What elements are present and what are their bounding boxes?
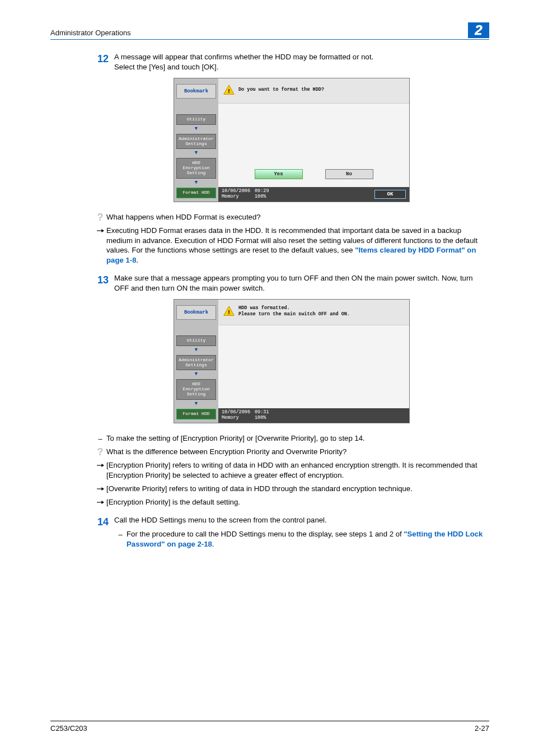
step-12-text: A message will appear that confirms whet… xyxy=(114,52,489,62)
header-rule xyxy=(50,39,489,40)
nav-format-hdd[interactable]: Format HDD xyxy=(176,409,216,419)
footer-model: C253/C203 xyxy=(50,724,87,734)
arrow-down-icon: ▼ xyxy=(176,346,216,354)
svg-text:!: ! xyxy=(227,87,231,94)
device-screenshot-format-confirm: Bookmark Utility ▼ Administrator Setting… xyxy=(174,78,410,202)
nav-utility[interactable]: Utility xyxy=(176,335,216,346)
dialog-message: Do you want to format the HDD? xyxy=(238,87,324,93)
arrow-right-icon xyxy=(96,498,104,506)
note-goto-step14: To make the setting of [Encryption Prior… xyxy=(106,433,489,444)
arrow-down-icon: ▼ xyxy=(176,370,216,378)
footer-rule xyxy=(50,721,489,721)
step-number-12: 12 xyxy=(94,52,114,72)
arrow-right-icon xyxy=(96,485,104,493)
svg-text:!: ! xyxy=(227,309,231,316)
nav-admin-settings[interactable]: Administrator Settings xyxy=(176,134,216,150)
nav-format-hdd[interactable]: Format HDD xyxy=(176,188,216,198)
nav-hdd-encryption[interactable]: HDD Encryption Setting xyxy=(176,379,216,399)
note-overwrite-priority: [Overwrite Priority] refers to writing o… xyxy=(106,484,489,494)
arrow-down-icon: ▼ xyxy=(176,149,216,157)
chapter-badge: 2 xyxy=(468,22,489,38)
svg-marker-3 xyxy=(101,229,104,232)
svg-marker-7 xyxy=(101,464,104,467)
question-icon: ? xyxy=(97,212,104,222)
note-question-diff: What is the difference between Encryptio… xyxy=(106,447,489,457)
dialog-message-line2: Please turn the main switch OFF and ON. xyxy=(238,311,350,318)
dash-marker: – xyxy=(118,529,122,540)
arrow-right-icon xyxy=(96,227,104,235)
status-memory-label: Memory xyxy=(222,416,250,421)
status-memory-value: 100% xyxy=(255,194,269,199)
breadcrumb: Administrator Operations xyxy=(50,28,131,38)
question-icon: ? xyxy=(97,447,104,457)
nav-admin-settings[interactable]: Administrator Settings xyxy=(176,355,216,371)
note-answer: Executing HDD Format erases data in the … xyxy=(106,226,489,265)
yes-button[interactable]: Yes xyxy=(255,169,303,179)
arrow-down-icon: ▼ xyxy=(176,400,216,408)
footer-page: 2-27 xyxy=(475,724,489,734)
dialog-message-line1: HDD was formatted. xyxy=(238,305,350,311)
step-14-text: Call the HDD Settings menu to the screen… xyxy=(114,515,489,525)
status-memory-label: Memory xyxy=(222,194,250,199)
warning-icon: ! xyxy=(223,84,235,96)
step-13-text: Make sure that a message appears prompti… xyxy=(114,273,489,293)
nav-hdd-encryption[interactable]: HDD Encryption Setting xyxy=(176,158,216,178)
step-14-subnote: For the procedure to call the HDD Settin… xyxy=(127,529,489,549)
note-encryption-priority: [Encryption Priority] refers to writing … xyxy=(106,460,489,480)
warning-icon: ! xyxy=(223,305,235,318)
step-number-14: 14 xyxy=(94,515,114,553)
note-default-setting: [Encryption Priority] is the default set… xyxy=(106,497,489,507)
no-button[interactable]: No xyxy=(325,169,373,179)
note-question: What happens when HDD Format is executed… xyxy=(106,212,489,222)
dash-marker: – xyxy=(98,433,102,444)
bookmark-button[interactable]: Bookmark xyxy=(176,84,216,99)
arrow-down-icon: ▼ xyxy=(176,179,216,186)
ok-button[interactable]: OK xyxy=(374,190,406,199)
step-number-13: 13 xyxy=(94,273,114,293)
arrow-down-icon: ▼ xyxy=(176,125,216,133)
bookmark-button[interactable]: Bookmark xyxy=(176,305,216,320)
status-memory-value: 100% xyxy=(255,416,269,421)
svg-marker-11 xyxy=(101,501,104,504)
svg-marker-9 xyxy=(101,487,104,491)
nav-utility[interactable]: Utility xyxy=(176,114,216,125)
device-screenshot-format-done: Bookmark Utility ▼ Administrator Setting… xyxy=(174,299,410,423)
arrow-right-icon xyxy=(96,461,104,469)
step-12-text-2: Select the [Yes] and touch [OK]. xyxy=(114,62,489,72)
